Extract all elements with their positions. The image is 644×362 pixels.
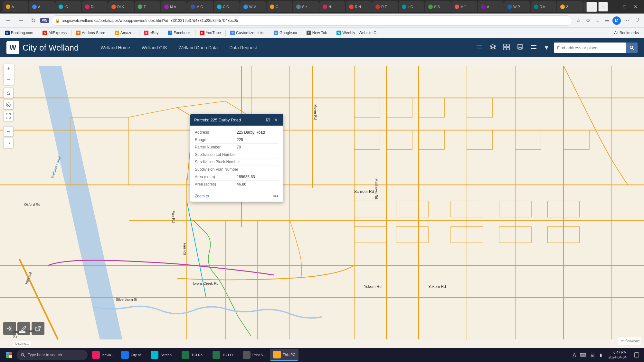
logo-icon: W (6, 41, 19, 54)
browser-tab-20[interactable]: R h (531, 1, 556, 12)
svg-text:Yokom Rd: Yokom Rd (364, 284, 382, 289)
browser-tab-18[interactable]: A (478, 1, 504, 12)
browser-tab-6[interactable]: M A (161, 1, 187, 12)
popup-close-btn[interactable]: ✕ (273, 117, 279, 123)
taskbar-caret-icon[interactable]: ⋀ (571, 351, 577, 359)
taskbar-clock[interactable]: 6:47 PM 2024-04-04 (606, 350, 629, 360)
bookmark-item-5[interactable]: fFacebook (165, 30, 193, 36)
notification-btn[interactable] (632, 350, 641, 360)
browser-tab-4[interactable]: DI K (108, 1, 134, 12)
address-bar[interactable]: 🔒 arcgisweb.welland.ca/portal/apps/webap… (51, 15, 572, 26)
more-tabs-btn[interactable]: ⌄ (586, 2, 597, 12)
bookmark-item-4[interactable]: eeBay (141, 30, 161, 36)
forward-btn[interactable]: → (15, 16, 26, 25)
basemap-icon-btn[interactable] (501, 42, 512, 54)
bookmark-item-1[interactable]: AAliExpress (40, 30, 69, 36)
nav-welland-gis[interactable]: Welland GIS (136, 38, 173, 57)
svg-text:Silverthorn St: Silverthorn St (116, 298, 137, 301)
taskbar-app-3[interactable]: TCI Ra... (178, 349, 209, 361)
bookmark-item-6[interactable]: ▶YouTube (197, 30, 223, 36)
compass-btn[interactable]: ◎ (3, 99, 14, 110)
refresh-btn[interactable]: ↻ (28, 16, 38, 25)
browser-tab-7[interactable]: M G (187, 1, 213, 12)
browser-tab-2[interactable]: IC (55, 1, 81, 12)
taskbar-search[interactable]: Type here to search (17, 350, 88, 360)
nav-back-btn[interactable]: ← (3, 126, 14, 137)
popup-zoom-link[interactable]: Zoom to (195, 194, 209, 198)
print-icon-btn[interactable] (515, 42, 526, 54)
close-btn[interactable]: ✕ (630, 0, 641, 14)
taskbar-speaker-icon[interactable]: 🔉 (589, 351, 597, 359)
taskbar-app-2[interactable]: Screen... (147, 349, 178, 361)
zoom-out-btn[interactable]: − (4, 74, 14, 85)
bookmark-item-7[interactable]: ☆Customize Links (228, 30, 267, 36)
taskbar-app-4[interactable]: TC LO... (209, 349, 239, 361)
downloads-btn[interactable]: ⇓ (593, 16, 601, 25)
sidebar-btn[interactable]: ⚌ (603, 16, 611, 25)
browser-tab-11[interactable]: S z (293, 1, 319, 12)
nav-data-request[interactable]: Data Request (223, 38, 263, 57)
settings-btn[interactable]: ⋯ (622, 16, 631, 25)
browser-tab-13[interactable]: R N (346, 1, 372, 12)
taskbar-app-5[interactable]: Print S... (240, 349, 269, 361)
scale-bar: 0.4km 0:2 (13, 329, 35, 339)
browser-tab-14[interactable]: R F (372, 1, 398, 12)
browser-tab-19[interactable]: W P (504, 1, 530, 12)
popup-more-btn[interactable]: ••• (273, 193, 279, 199)
profile-avatar[interactable]: M (612, 16, 621, 25)
favorites-btn[interactable]: ☆ (574, 16, 582, 25)
browser-tab-3[interactable]: DL (82, 1, 108, 12)
shield-btn[interactable]: 🛡 (632, 16, 641, 25)
taskbar-app-1[interactable]: City of... (118, 349, 147, 361)
browser-tab-21[interactable]: 2 (557, 1, 583, 12)
search-submit-btn[interactable] (626, 43, 638, 53)
zoom-in-btn[interactable]: + (4, 64, 14, 74)
popup-minimize-btn[interactable]: ☑ (265, 117, 271, 123)
layers-icon-btn[interactable] (488, 42, 498, 54)
taskbar-battery-icon[interactable]: ▮ (598, 351, 603, 359)
bookmark-item-3[interactable]: aAmazon (112, 30, 137, 36)
bookmark-item-2[interactable]: ★Addons Store (73, 30, 108, 36)
dropdown-btn[interactable]: ▼ (542, 43, 551, 53)
bookmark-item-8[interactable]: GGoogle.ca (271, 30, 300, 36)
browser-tab-15[interactable]: k C (399, 1, 424, 12)
browser-tab-22[interactable]: W C (583, 1, 586, 12)
nav-welland-home[interactable]: Welland Home (95, 38, 136, 57)
menu-icon-btn[interactable] (528, 42, 539, 54)
back-btn[interactable]: ← (3, 16, 14, 25)
minimize-btn[interactable]: ─ (609, 0, 620, 14)
browser-tab-9[interactable]: W V (240, 1, 266, 12)
bookmark-item-9[interactable]: +New Tab (304, 30, 330, 36)
bookmark-item-10[interactable]: WWeebly - Website C... (334, 30, 382, 36)
start-button[interactable] (3, 348, 15, 361)
map-container[interactable]: Welland Canal HWY406 (0, 57, 644, 348)
maximize-btn[interactable]: □ (620, 0, 630, 14)
fullscreen-btn[interactable] (3, 111, 14, 121)
taskbar-network-icon[interactable]: ⌨ (579, 351, 588, 359)
home-btn[interactable]: ⌂ (3, 88, 14, 98)
search-input[interactable] (554, 43, 626, 53)
browser-tab-0[interactable]: A (3, 1, 28, 12)
bookmark-item-0[interactable]: BBooking.com (3, 30, 36, 36)
browser-tab-16[interactable]: S S (425, 1, 451, 12)
svg-rect-81 (6, 355, 9, 358)
browser-tab-8[interactable]: C C (214, 1, 240, 12)
browser-tab-5[interactable]: T (135, 1, 160, 12)
extensions-btn[interactable]: ⚙ (584, 16, 592, 25)
taskbar-app-6[interactable]: This PC (270, 349, 298, 361)
browser-tab-17[interactable]: M " (451, 1, 477, 12)
all-bookmarks-btn[interactable]: All Bookmarks (611, 30, 641, 36)
new-tab-btn[interactable]: + (598, 2, 608, 12)
popup-row-1: Range225 (195, 136, 279, 144)
list-icon-btn[interactable] (474, 42, 485, 54)
app-header: W City of Welland Welland Home Welland G… (0, 38, 644, 57)
nav-bar: ← → ↻ V/N 🔒 arcgisweb.welland.ca/portal/… (0, 14, 644, 28)
nav-forward-btn[interactable]: → (3, 138, 14, 148)
browser-tab-10[interactable]: C (267, 1, 292, 12)
map-controls: + − ⌂ ◎ ← → (3, 64, 14, 148)
browser-tab-1[interactable]: A (29, 1, 55, 12)
taskbar-app-0[interactable]: Icovia... (89, 349, 117, 361)
svg-text:Matthews Rd: Matthews Rd (374, 178, 378, 199)
browser-tab-12[interactable]: N (319, 1, 345, 12)
nav-open-data[interactable]: Welland Open Data (173, 38, 223, 57)
